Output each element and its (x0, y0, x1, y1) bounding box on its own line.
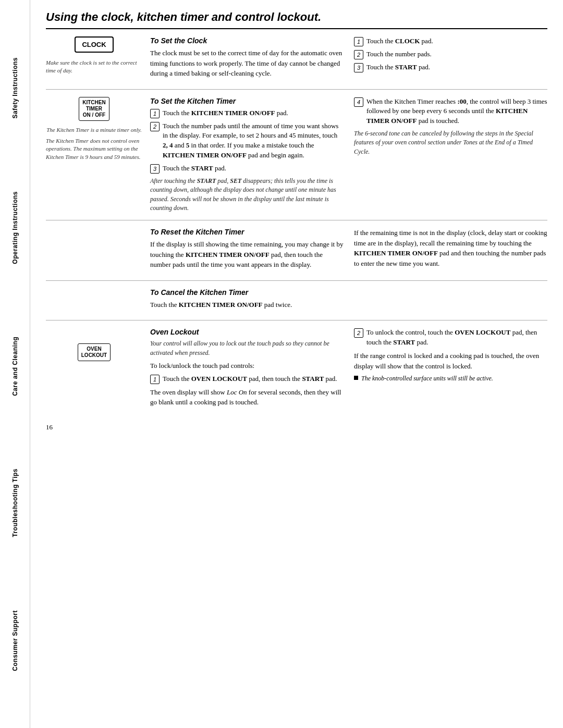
oven-lockout-bullet: The knob-controlled surface units will s… (354, 374, 547, 383)
kitchen-timer-heading: To Set the Kitchen Timer (150, 97, 344, 105)
clock-step-1: 1 Touch the CLOCK pad. (354, 36, 547, 46)
section-kitchen-timer: KITCHEN TIMER ON / OFF The Kitchen Timer… (46, 90, 547, 221)
ol-step-text-1: Touch the OVEN LOCKOUT pad, then touch t… (163, 374, 344, 384)
step-text-3: Touch the START pad. (366, 63, 547, 72)
oven-lockout-body1: To lock/unlock the touch pad controls: (150, 361, 344, 371)
page-title: Using the clock, kitchen timer and contr… (46, 10, 547, 29)
clock-left: CLOCK Make sure the clock is set to the … (46, 36, 150, 82)
section-cancel-timer: To Cancel the Kitchen Timer Touch the KI… (46, 281, 547, 321)
page-number: 16 (46, 423, 547, 431)
clock-body: The clock must be set to the correct tim… (150, 48, 344, 79)
step-num-3: 3 (354, 63, 363, 72)
bullet-icon (354, 376, 358, 380)
reset-timer-body-left: If the display is still showing the time… (150, 239, 344, 270)
reset-timer-col-left: To Reset the Kitchen Timer If the displa… (150, 228, 344, 273)
cancel-timer-content: To Cancel the Kitchen Timer Touch the KI… (150, 288, 547, 313)
clock-step-3: 3 Touch the START pad. (354, 63, 547, 72)
clock-content: To Set the Clock The clock must be set t… (150, 36, 547, 82)
kt-step-3: 3 Touch the START pad. (150, 164, 344, 174)
oven-lockout-heading: Oven Lockout (150, 328, 344, 336)
kt-step-text-4: When the Kitchen Timer reaches :00, the … (366, 97, 547, 127)
kt-step-4: 4 When the Kitchen Timer reaches :00, th… (354, 97, 547, 127)
sidebar-label-care: Care and Cleaning (11, 337, 19, 396)
oven-lockout-italic: Your control will allow you to lock out … (150, 339, 344, 357)
kt-step-num-2: 2 (150, 122, 160, 131)
oven-lockout-step-2: 2 To unlock the control, touch the OVEN … (354, 328, 547, 348)
kitchen-timer-left: KITCHEN TIMER ON / OFF The Kitchen Timer… (46, 97, 150, 213)
oven-lockout-content: Oven Lockout Your control will allow you… (150, 328, 547, 410)
clock-col-right: 1 Touch the CLOCK pad. 2 Touch the numbe… (354, 36, 547, 82)
kitchen-timer-button: KITCHEN TIMER ON / OFF (79, 97, 109, 121)
step-text-1: Touch the CLOCK pad. (366, 36, 547, 46)
reset-timer-left (46, 228, 150, 273)
ol-step-num-2: 2 (354, 328, 363, 338)
sidebar-label-troubleshooting: Troubleshooting Tips (11, 468, 19, 537)
kt-step-num-1: 1 (150, 109, 160, 118)
kt-right-note: The 6-second tone can be canceled by fol… (354, 129, 547, 156)
section-reset-timer: To Reset the Kitchen Timer If the displa… (46, 220, 547, 281)
clock-step-2: 2 Touch the number pads. (354, 50, 547, 59)
bullet-text: The knob-controlled surface units will s… (361, 374, 493, 383)
step-num-2: 2 (354, 50, 363, 59)
oven-lockout-body2: The oven display will show Loc On for se… (150, 387, 344, 408)
clock-button: CLOCK (75, 36, 113, 53)
reset-timer-body-right: If the remaining time is not in the disp… (354, 228, 547, 268)
cancel-timer-body: Touch the KITCHEN TIMER ON/OFF pad twice… (150, 300, 344, 310)
oven-lockout-step-1: 1 Touch the OVEN LOCKOUT pad, then touch… (150, 374, 344, 384)
oven-lockout-right-body: If the range control is locked and a coo… (354, 351, 547, 371)
kitchen-timer-col-right: 4 When the Kitchen Timer reaches :00, th… (354, 97, 547, 213)
oven-lockout-left: OVEN LOCKOUT (46, 328, 150, 410)
reset-timer-heading: To Reset the Kitchen Timer (150, 228, 344, 236)
reset-timer-content: To Reset the Kitchen Timer If the displa… (150, 228, 547, 273)
oven-lockout-button: OVEN LOCKOUT (78, 343, 111, 361)
kt-step-num-4: 4 (354, 97, 363, 107)
cancel-timer-left (46, 288, 150, 313)
kitchen-timer-caption2: The Kitchen Timer does not control oven … (46, 137, 142, 161)
kt-step-text-3: Touch the START pad. (163, 164, 344, 174)
kt-italic-note: After touching the START pad, SET disapp… (150, 177, 344, 213)
cancel-timer-col-right (354, 288, 547, 313)
cancel-timer-col: To Cancel the Kitchen Timer Touch the KI… (150, 288, 344, 313)
sidebar-label-safety: Safety Instructions (11, 57, 19, 119)
reset-timer-col-right: If the remaining time is not in the disp… (354, 228, 547, 273)
step-text-2: Touch the number pads. (366, 50, 547, 59)
ol-step-text-2: To unlock the control, touch the OVEN LO… (366, 328, 547, 348)
clock-col-left: To Set the Clock The clock must be set t… (150, 36, 344, 82)
main-content: Using the clock, kitchen timer and contr… (30, 0, 563, 728)
kt-step-text-2: Touch the number pads until the amount o… (163, 121, 344, 161)
clock-caption: Make sure the clock is set to the correc… (46, 59, 142, 75)
step-num-1: 1 (354, 37, 363, 46)
oven-lockout-col-left: Oven Lockout Your control will allow you… (150, 328, 344, 410)
cancel-timer-heading: To Cancel the Kitchen Timer (150, 288, 344, 297)
sidebar-label-consumer: Consumer Support (11, 610, 19, 671)
oven-lockout-col-right: 2 To unlock the control, touch the OVEN … (354, 328, 547, 410)
section-oven-lockout: OVEN LOCKOUT Oven Lockout Your control w… (46, 320, 547, 417)
section-set-clock: CLOCK Make sure the clock is set to the … (46, 29, 547, 90)
kt-step-2: 2 Touch the number pads until the amount… (150, 121, 344, 161)
sidebar: Safety Instructions Operating Instructio… (0, 0, 30, 728)
kt-step-text-1: Touch the KITCHEN TIMER ON/OFF pad. (163, 108, 344, 118)
kt-step-num-3: 3 (150, 164, 160, 174)
kitchen-timer-caption1: The Kitchen Timer is a minute timer only… (46, 126, 142, 134)
kitchen-timer-content: To Set the Kitchen Timer 1 Touch the KIT… (150, 97, 547, 213)
ol-step-num-1: 1 (150, 375, 160, 384)
clock-heading: To Set the Clock (150, 36, 344, 45)
kitchen-timer-col-left: To Set the Kitchen Timer 1 Touch the KIT… (150, 97, 344, 213)
kt-step-1: 1 Touch the KITCHEN TIMER ON/OFF pad. (150, 108, 344, 118)
sidebar-label-operating: Operating Instructions (11, 191, 19, 264)
